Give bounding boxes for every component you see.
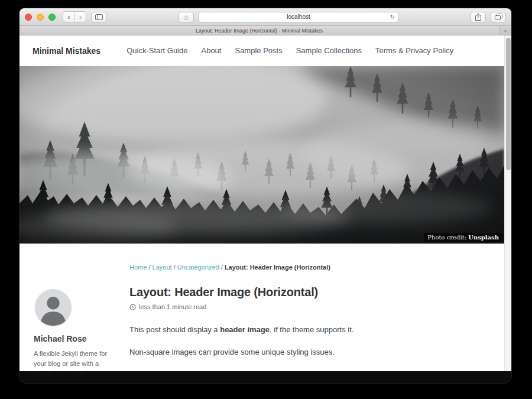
page-body: Michael Rose A flexible Jekyll theme for…	[20, 244, 504, 371]
author-bio: A flexible Jekyll theme for your blog or…	[34, 349, 129, 371]
photo-credit-label: Photo credit:	[427, 234, 468, 241]
nav-link-sample-collections[interactable]: Sample Collections	[296, 46, 362, 55]
breadcrumb-separator: /	[174, 264, 176, 271]
tabs-icon	[495, 14, 502, 20]
post-paragraph: This post tests a horizontal header imag…	[129, 369, 478, 371]
breadcrumb-separator: /	[148, 264, 150, 271]
paragraph-text: This post should display a	[129, 325, 220, 334]
clock-icon	[129, 304, 136, 310]
share-icon	[475, 13, 482, 21]
breadcrumb-current: Layout: Header Image (Horizontal)	[225, 264, 330, 271]
tab-overview-button[interactable]	[491, 12, 506, 22]
scrollbar-thumb[interactable]	[506, 38, 511, 170]
tab-bar: Layout: Header Image (Horizontal) - Mini…	[20, 26, 511, 35]
page-viewport: Minimal Mistakes Quick-Start Guide About…	[20, 35, 511, 371]
minimize-window-button[interactable]	[37, 14, 44, 21]
nav-link-terms-privacy[interactable]: Terms & Privacy Policy	[375, 46, 453, 55]
masthead-nav: Quick-Start Guide About Sample Posts Sam…	[126, 46, 453, 55]
site-title-link[interactable]: Minimal Mistakes	[33, 46, 100, 56]
breadcrumb-link-home[interactable]: Home	[129, 264, 147, 271]
history-nav-group: ‹ ›	[63, 11, 86, 22]
sidebar-toggle-button[interactable]	[91, 12, 106, 22]
reload-icon: ↻	[390, 14, 395, 20]
home-icon: ⌂	[184, 13, 188, 21]
nav-link-sample-posts[interactable]: Sample Posts	[235, 46, 282, 55]
tab-title: Layout: Header Image (Horizontal) - Mini…	[196, 28, 323, 34]
tab-active[interactable]: Layout: Header Image (Horizontal) - Mini…	[20, 26, 499, 35]
person-silhouette-icon	[35, 289, 72, 326]
paragraph-bold-text: header image	[220, 325, 270, 334]
new-tab-button[interactable]: +	[499, 26, 511, 35]
avatar	[35, 289, 72, 326]
close-window-button[interactable]	[25, 14, 32, 21]
page-title: Layout: Header Image (Horizontal)	[129, 286, 478, 299]
reload-button[interactable]: ↻	[390, 14, 395, 20]
traffic-lights	[25, 14, 56, 21]
page-scrollbar[interactable]	[504, 35, 511, 371]
photo-credit-caption: Photo credit: Unsplash	[424, 233, 502, 242]
site-masthead: Minimal Mistakes Quick-Start Guide About…	[20, 35, 504, 66]
breadcrumb: Home / Layout / Uncategorized / Layout: …	[129, 264, 478, 271]
author-sidebar: Michael Rose A flexible Jekyll theme for…	[34, 244, 129, 371]
post-meta: less than 1 minute read	[129, 303, 478, 310]
sidebar-icon	[95, 14, 103, 20]
browser-window: ‹ › ⌂ localhost ↻ Layout: Header Image (…	[20, 8, 511, 383]
page-content: Minimal Mistakes Quick-Start Guide About…	[20, 35, 504, 371]
post-paragraph: This post should display a header image,…	[129, 325, 478, 336]
nav-link-about[interactable]: About	[201, 46, 221, 55]
author-name: Michael Rose	[34, 334, 129, 343]
home-button[interactable]: ⌂	[179, 12, 194, 22]
forward-button[interactable]: ›	[74, 12, 86, 22]
header-image: Photo credit: Unsplash	[20, 66, 504, 244]
paragraph-text: , if the theme supports it.	[270, 325, 353, 334]
back-button[interactable]: ‹	[63, 12, 74, 22]
zoom-window-button[interactable]	[48, 14, 56, 21]
plus-icon: +	[504, 27, 507, 34]
forward-icon: ›	[79, 13, 82, 21]
breadcrumb-link-layout[interactable]: Layout	[153, 264, 172, 271]
address-bar[interactable]: localhost ↻	[199, 12, 398, 22]
desktop-background: ‹ › ⌂ localhost ↻ Layout: Header Image (…	[0, 0, 532, 399]
url-text: localhost	[287, 14, 310, 20]
article: Home / Layout / Uncategorized / Layout: …	[129, 244, 504, 371]
photo-credit-link[interactable]: Unsplash	[468, 234, 499, 241]
post-paragraph: Non-square images can provide some uniqu…	[129, 347, 478, 358]
breadcrumb-link-uncategorized[interactable]: Uncategorized	[177, 264, 219, 271]
read-time: less than 1 minute read	[139, 303, 206, 310]
window-bottom-chrome	[20, 371, 511, 383]
nav-link-quick-start-guide[interactable]: Quick-Start Guide	[126, 46, 187, 55]
back-icon: ‹	[67, 13, 70, 21]
browser-toolbar: ‹ › ⌂ localhost ↻	[20, 8, 511, 26]
share-button[interactable]	[471, 12, 486, 22]
foggy-forest-illustration	[20, 66, 504, 244]
breadcrumb-separator: /	[221, 264, 223, 271]
